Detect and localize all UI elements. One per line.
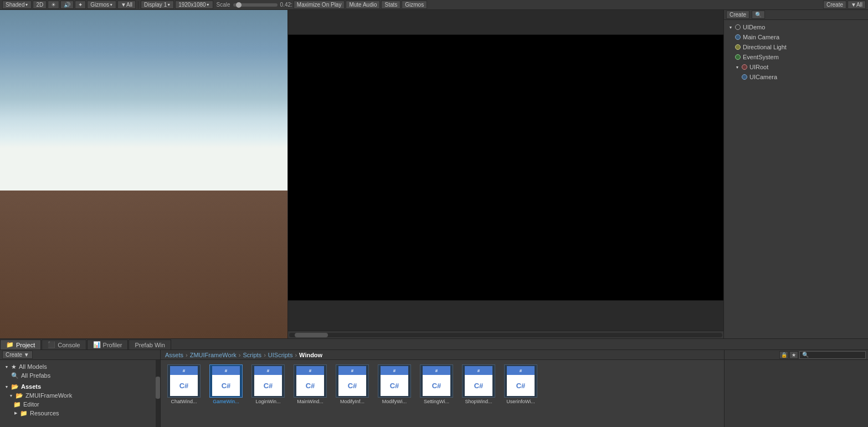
tree-all-prefabs[interactable]: 🔍 All Prefabs: [0, 371, 160, 380]
chatwind-label: ChatWind...: [171, 399, 197, 404]
hierarchy-toolbar: Create 🔍: [724, 10, 868, 20]
asset-modifywi[interactable]: # C# ModifyWi...: [376, 364, 413, 404]
asset-settingwi[interactable]: # C# SettingWi...: [418, 364, 455, 404]
fx-toggle[interactable]: ✦: [75, 1, 86, 9]
mainwind-label: MainWind...: [297, 399, 323, 404]
event-system-label: EventSystem: [743, 54, 779, 60]
asset-gamewin[interactable]: # C# GameWin...: [207, 364, 245, 404]
breadcrumb-uiscripts[interactable]: UIScripts: [268, 352, 293, 358]
editor-label: Editor: [23, 401, 39, 408]
breadcrumb-assets[interactable]: Assets: [165, 352, 183, 358]
breadcrumb-zmui[interactable]: ZMUIFrameWork: [190, 352, 237, 358]
gamewin-cs-body: C#: [212, 375, 240, 396]
triangle-resources: [13, 411, 18, 415]
triangle-assets: [4, 384, 9, 389]
asset-search-input[interactable]: [799, 351, 866, 359]
2d-button[interactable]: 2D: [33, 1, 47, 9]
breadcrumb-scripts[interactable]: Scripts: [243, 352, 262, 358]
profiler-tab-label: Profiler: [103, 342, 122, 348]
scrollbar-track: [289, 333, 722, 337]
loginwin-icon-wrapper: # C#: [251, 364, 285, 398]
chatwind-cs-header: #: [170, 366, 198, 375]
userinfowi-cs-body: C#: [507, 375, 535, 396]
asset-chatwind[interactable]: # C# ChatWind...: [165, 364, 203, 404]
chatwind-cs-body: C#: [170, 375, 198, 396]
tab-console[interactable]: ⬛ Console: [42, 339, 86, 349]
hierarchy-event-system[interactable]: EventSystem: [724, 52, 868, 62]
game-scrollbar[interactable]: [288, 331, 723, 338]
uiroot-icon: [742, 64, 747, 70]
breadcrumb-sep1: ›: [186, 352, 188, 358]
hierarchy-uidemo[interactable]: UIDemo: [724, 22, 868, 32]
tab-profiler[interactable]: 📊 Profiler: [87, 339, 129, 349]
maximize-on-play-btn[interactable]: Maximize On Play: [294, 1, 345, 9]
audio-toggle[interactable]: 🔊: [60, 1, 74, 9]
bottom-tabs: 📁 Project ⬛ Console 📊 Profiler Prefab Wi…: [0, 339, 868, 350]
editor-folder-icon: 📁: [13, 401, 21, 408]
hierarchy-uiroot[interactable]: UIRoot: [724, 62, 868, 72]
hierarchy-uicamera[interactable]: UICamera: [724, 72, 868, 82]
mainwind-cs-icon: # C#: [296, 366, 324, 396]
hierarchy-main-camera[interactable]: Main Camera: [724, 32, 868, 42]
game-footer-bar: [288, 300, 723, 331]
light-toggle[interactable]: ☀: [48, 1, 59, 9]
asset-loginwin[interactable]: # C# LoginWin...: [249, 364, 287, 404]
triangle-zmui: [9, 393, 13, 398]
stats-btn[interactable]: Stats: [381, 1, 400, 9]
settingwi-label: SettingWi...: [424, 399, 449, 404]
lock-icon-btn[interactable]: 🔒: [779, 351, 788, 359]
console-tab-label: Console: [58, 342, 80, 348]
gizmos-dropdown[interactable]: Gizmos: [87, 1, 116, 9]
loginwin-label: LoginWin...: [255, 399, 280, 404]
hierarchy-search-btn[interactable]: 🔍: [752, 11, 765, 19]
tree-editor[interactable]: 📁 Editor: [0, 400, 160, 409]
tab-project[interactable]: 📁 Project: [0, 339, 41, 349]
modifyinf-cs-body: C#: [338, 375, 366, 396]
modifyinf-label: ModifyInf...: [340, 399, 364, 404]
asset-shopwind[interactable]: # C# ShopWind...: [460, 364, 497, 404]
all2-btn[interactable]: ▼All: [848, 1, 866, 9]
shaded-dropdown[interactable]: Shaded: [2, 1, 32, 9]
asset-mainwind[interactable]: # C# MainWind...: [291, 364, 329, 404]
all-prefabs-label: All Prefabs: [21, 372, 50, 379]
create-assets-btn[interactable]: Create ▼: [2, 351, 33, 359]
console-tab-icon: ⬛: [48, 341, 55, 348]
triangle-uiroot: [735, 65, 739, 69]
gamewin-cs-header: #: [212, 366, 240, 375]
scale-slider[interactable]: [233, 3, 278, 7]
tree-assets[interactable]: 📂 Assets: [0, 382, 160, 391]
resolution-dropdown[interactable]: 1920x1080: [175, 1, 213, 9]
tab-prefab-win[interactable]: Prefab Win: [129, 339, 171, 349]
tree-zmui[interactable]: 📂 ZMUIFrameWork: [0, 391, 160, 400]
gizmos2-btn[interactable]: Gizmos: [402, 1, 427, 9]
file-tree-content: ★ All Models 🔍 All Prefabs 📂 Assets 📂 ZM…: [0, 360, 160, 427]
modifywi-icon-wrapper: # C#: [378, 364, 411, 398]
mute-audio-btn[interactable]: Mute Audio: [346, 1, 380, 9]
bottom-right-controls: 🔒 ★: [724, 350, 868, 427]
game-panel: [288, 10, 724, 338]
create-btn[interactable]: Create: [823, 1, 846, 9]
hierarchy-create-btn[interactable]: Create: [726, 11, 749, 19]
loginwin-cs-header: #: [254, 366, 282, 375]
modifyinf-cs-header: #: [338, 366, 366, 375]
favorites-icon: ★: [11, 363, 17, 371]
userinfowi-cs-icon: # C#: [507, 366, 535, 396]
game-view[interactable]: [288, 35, 723, 300]
tree-favorites[interactable]: ★ All Models: [0, 362, 160, 371]
camera-icon: [735, 34, 741, 40]
zmui-label: ZMUIFrameWork: [25, 392, 72, 399]
game-header-bar: [288, 10, 723, 35]
file-tree: Create ▼ ★ All Models 🔍 All Prefabs 📂 As…: [0, 350, 161, 427]
hierarchy-directional-light[interactable]: Directional Light: [724, 42, 868, 52]
userinfowi-cs-header: #: [507, 366, 535, 375]
shopwind-cs-icon: # C#: [465, 366, 492, 396]
mainwind-cs-header: #: [296, 366, 324, 375]
display-dropdown[interactable]: Display 1: [141, 1, 174, 9]
scene-view[interactable]: [0, 10, 287, 338]
tree-resources[interactable]: 📁 Resources: [0, 409, 160, 418]
asset-modifyinf[interactable]: # C# ModifyInf...: [333, 364, 371, 404]
asset-userinfowi[interactable]: # C# UserinfoWi...: [502, 364, 540, 404]
star-icon-btn[interactable]: ★: [789, 351, 798, 359]
tree-scrollbar[interactable]: [156, 360, 160, 427]
all-dropdown[interactable]: ▼All: [117, 1, 136, 9]
